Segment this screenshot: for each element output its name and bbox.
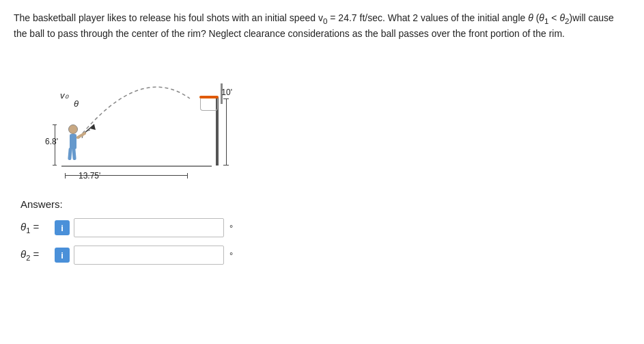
theta1-label: θ1 = — [20, 221, 51, 235]
theta1-input[interactable] — [74, 218, 224, 237]
player-leg-right — [72, 148, 76, 160]
ground-line — [61, 166, 212, 167]
player-arm — [76, 132, 87, 140]
theta-label: θ — [74, 98, 79, 109]
theta2-degree: ° — [229, 250, 233, 261]
theta1-row: θ1 = i ° — [20, 218, 630, 237]
v0-label: v₀ — [60, 90, 68, 101]
svg-marker-1 — [90, 124, 96, 130]
distance-label: 13.75' — [79, 171, 100, 181]
theta2-info-button[interactable]: i — [55, 248, 70, 263]
player-head — [68, 124, 78, 134]
player-figure — [63, 124, 83, 166]
diagram: v₀ θ 6.8' 10' 13.75' — [41, 49, 232, 186]
diagram-container: v₀ θ 6.8' 10' 13.75' — [41, 49, 630, 186]
basket-height-label: 10' — [221, 88, 232, 97]
theta2-row: θ2 = i ° — [20, 246, 630, 265]
theta1-degree: ° — [229, 223, 233, 233]
theta2-label: θ2 = — [20, 248, 51, 262]
theta2-input[interactable] — [74, 246, 224, 265]
answers-label: Answers: — [20, 198, 630, 210]
answers-section: Answers: θ1 = i ° θ2 = i ° — [20, 198, 630, 265]
basket-height-dim — [226, 98, 227, 166]
theta1-info-button[interactable]: i — [55, 220, 70, 235]
height-label: 6.8' — [45, 137, 58, 146]
problem-text: The basketball player likes to release h… — [14, 11, 628, 41]
basket-net — [200, 98, 218, 111]
